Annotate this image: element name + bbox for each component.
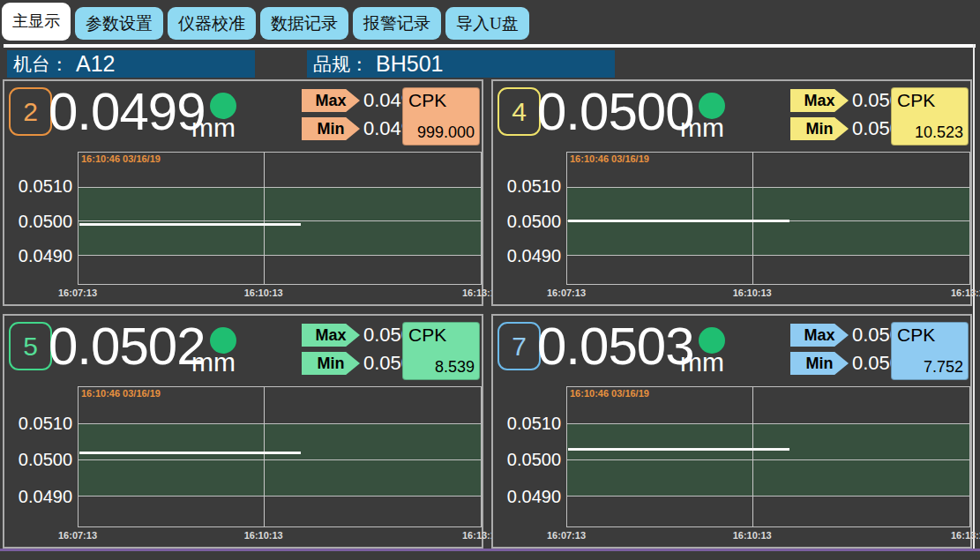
trend-chart: 16:10:46 03/16/19 xyxy=(566,386,970,527)
max-tag: Max xyxy=(302,89,360,112)
y-axis-labels: 0.0510 0.0500 0.0490 xyxy=(4,152,78,285)
channel-number-box: 4 xyxy=(497,87,541,136)
y-tick: 0.0490 xyxy=(507,245,561,265)
cpk-label: CPK xyxy=(897,325,935,346)
y-tick: 0.0510 xyxy=(507,413,561,433)
min-tag: Min xyxy=(302,352,360,375)
channel-panel-2: 2 0.0499 mm Max0.0499 Min0.0499 CPK 999.… xyxy=(3,79,483,306)
gridline xyxy=(79,459,481,460)
y-tick: 0.0490 xyxy=(19,245,72,265)
product-info-box: 品规： BH501 xyxy=(307,50,615,78)
x-axis-labels: 16:07:13 16:10:13 16:13:13 xyxy=(78,527,482,547)
tab-instrument-calibration[interactable]: 仪器校准 xyxy=(168,7,256,40)
x-tick: 16:07:13 xyxy=(547,287,586,298)
y-tick: 0.0510 xyxy=(19,176,72,197)
channel-number-box: 5 xyxy=(9,322,52,370)
channel-number-box: 2 xyxy=(9,87,52,136)
cpk-box: CPK 7.752 xyxy=(891,322,969,380)
x-tick: 16:10:13 xyxy=(244,287,283,298)
trend-chart: 16:10:46 03/16/19 xyxy=(78,386,482,527)
status-indicator-icon xyxy=(210,327,236,354)
gridline xyxy=(79,220,481,221)
gridline xyxy=(567,459,969,460)
max-tag: Max xyxy=(790,324,849,347)
tab-parameter-settings[interactable]: 参数设置 xyxy=(75,7,163,40)
channel-panel-4: 4 0.0500 mm Max0.0500 Min0.0500 CPK 10.5… xyxy=(491,79,972,306)
machine-label: 机台： xyxy=(13,52,69,77)
x-tick: 16:13:13 xyxy=(951,287,980,298)
chart-timestamp: 16:10:46 03/16/19 xyxy=(81,153,161,164)
gridline xyxy=(567,423,969,424)
machine-value: A12 xyxy=(76,51,115,77)
y-tick: 0.0490 xyxy=(507,486,561,506)
y-tick: 0.0500 xyxy=(19,450,72,470)
channel-number-box: 7 xyxy=(497,322,541,370)
cpk-value: 10.523 xyxy=(915,123,963,142)
measurement-trend-line xyxy=(79,452,301,454)
x-tick: 16:13:13 xyxy=(951,530,980,541)
x-tick: 16:07:13 xyxy=(58,530,97,541)
status-indicator-icon xyxy=(210,93,236,119)
gridline xyxy=(79,496,481,497)
trend-chart: 16:10:46 03/16/19 xyxy=(78,152,482,285)
y-axis-labels: 0.0510 0.0500 0.0490 xyxy=(493,386,566,527)
cpk-value: 8.539 xyxy=(435,358,475,377)
tab-data-records[interactable]: 数据记录 xyxy=(260,7,348,40)
min-tag: Min xyxy=(790,352,849,375)
gridline xyxy=(752,387,753,526)
chart-timestamp: 16:10:46 03/16/19 xyxy=(570,153,649,164)
gridline xyxy=(567,496,969,497)
measurement-value: 0.0499 xyxy=(49,83,206,141)
measurement-trend-line xyxy=(568,448,789,451)
y-tick: 0.0510 xyxy=(507,176,561,197)
y-axis-labels: 0.0510 0.0500 0.0490 xyxy=(4,386,78,527)
min-tag: Min xyxy=(302,117,360,140)
y-tick: 0.0490 xyxy=(19,486,72,506)
toolbar-divider xyxy=(4,44,976,48)
measurement-value: 0.0500 xyxy=(537,83,694,141)
x-tick: 16:07:13 xyxy=(547,530,586,541)
x-tick: 16:07:13 xyxy=(58,287,97,298)
gridline xyxy=(79,255,481,256)
channel-number: 4 xyxy=(512,97,527,127)
y-tick: 0.0500 xyxy=(507,211,561,231)
tab-import-usb[interactable]: 导入U盘 xyxy=(445,7,529,40)
product-label: 品规： xyxy=(313,52,369,77)
y-tick: 0.0510 xyxy=(19,413,72,433)
gridline xyxy=(752,153,753,284)
frame-bottom-edge xyxy=(0,549,980,551)
x-axis-labels: 16:07:13 16:10:13 16:13:13 xyxy=(566,285,970,304)
gridline xyxy=(567,187,969,188)
cpk-box: CPK 8.539 xyxy=(402,322,480,380)
max-tag: Max xyxy=(790,89,849,112)
x-tick: 16:10:13 xyxy=(733,530,772,541)
measurement-value: 0.0502 xyxy=(49,317,206,376)
chart-timestamp: 16:10:46 03/16/19 xyxy=(81,388,161,399)
product-value: BH501 xyxy=(376,51,443,77)
cpk-label: CPK xyxy=(897,90,935,111)
gridline xyxy=(567,255,969,256)
gridline xyxy=(79,423,481,424)
measurement-value: 0.0503 xyxy=(537,317,694,376)
chart-timestamp: 16:10:46 03/16/19 xyxy=(570,388,649,399)
y-axis-labels: 0.0510 0.0500 0.0490 xyxy=(493,152,566,285)
channel-number: 5 xyxy=(23,332,38,362)
gridline xyxy=(79,187,481,188)
tab-alarm-records[interactable]: 报警记录 xyxy=(353,7,441,40)
cpk-value: 7.752 xyxy=(924,358,963,377)
tab-main-display[interactable]: 主显示 xyxy=(2,3,71,41)
channel-panel-5: 5 0.0502 mm Max0.0502 Min0.0502 CPK 8.53… xyxy=(3,314,483,549)
max-tag: Max xyxy=(302,324,360,347)
machine-info-box: 机台： A12 xyxy=(7,50,255,78)
measurement-trend-line xyxy=(568,220,789,222)
cpk-label: CPK xyxy=(408,325,446,346)
measurement-trend-line xyxy=(79,223,301,226)
gridline xyxy=(264,153,265,284)
y-tick: 0.0500 xyxy=(19,211,72,231)
trend-chart: 16:10:46 03/16/19 xyxy=(566,152,970,285)
x-tick: 16:10:13 xyxy=(244,530,283,541)
cpk-box: CPK 999.000 xyxy=(402,87,480,146)
x-axis-labels: 16:07:13 16:10:13 16:13:13 xyxy=(78,285,482,304)
cpk-value: 999.000 xyxy=(417,123,475,142)
status-indicator-icon xyxy=(699,93,725,119)
